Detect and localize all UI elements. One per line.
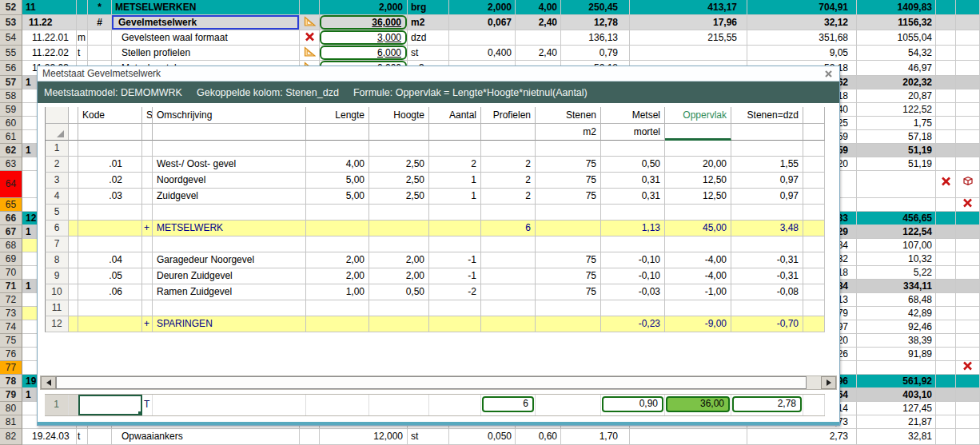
cell-dzd[interactable]: 0,97	[731, 173, 803, 189]
cell-marker[interactable]	[936, 388, 956, 402]
cell-v6[interactable]: 456,65	[857, 212, 936, 225]
cell-omschrijving[interactable]: Zuidgevel	[153, 189, 306, 205]
row-header[interactable]: 77	[0, 361, 22, 375]
cell-eenheid[interactable]: st	[408, 429, 449, 445]
linked-quantity-box[interactable]: 36,000	[320, 15, 407, 30]
cell-marker[interactable]	[956, 415, 980, 429]
cell-hoogte[interactable]: 2,00	[369, 268, 429, 284]
cell-stenen[interactable]: 75	[536, 284, 601, 300]
cell-extra[interactable]	[803, 189, 825, 205]
cell-metsel[interactable]: -0,03	[601, 284, 665, 300]
cell-s[interactable]	[142, 173, 153, 189]
cell-kode[interactable]: 11.22.01	[22, 30, 77, 46]
cell-flag[interactable]	[88, 429, 112, 445]
subheader-extra[interactable]	[803, 124, 825, 141]
cell-dzd[interactable]: -0,31	[731, 252, 803, 268]
cell-kode[interactable]	[78, 221, 142, 236]
cell-extra[interactable]	[803, 221, 825, 236]
cell-oppervlak[interactable]: 20,00	[665, 157, 731, 173]
row-header[interactable]: 73	[0, 307, 22, 320]
cell-metsel[interactable]: -0,10	[601, 252, 665, 268]
cell-marker[interactable]	[956, 130, 980, 144]
linked-quantity-box[interactable]: 3,000	[320, 30, 407, 45]
cell-omschrijving[interactable]	[153, 236, 306, 252]
cell-lengte[interactable]: 2,00	[306, 252, 369, 268]
cell-marker[interactable]	[956, 307, 980, 320]
cell-hoogte[interactable]	[369, 236, 429, 252]
cell-marker[interactable]	[956, 388, 980, 402]
totals-row-number[interactable]: 1	[45, 395, 69, 415]
cell-stenen[interactable]: 75	[536, 268, 601, 284]
column-header-oms[interactable]: Omschrijving	[153, 107, 306, 124]
cell-unit-type[interactable]	[77, 0, 88, 15]
cell-v2[interactable]	[516, 30, 561, 46]
cell-marker[interactable]	[956, 117, 980, 130]
subheader-kode[interactable]	[78, 124, 142, 141]
cell-marker[interactable]	[936, 15, 956, 30]
cell-v6[interactable]: 51,19	[857, 157, 936, 171]
cell-lengte[interactable]: 5,00	[306, 173, 369, 189]
cell-metsel[interactable]	[601, 205, 665, 221]
cell-flag[interactable]: #	[88, 15, 112, 30]
cell-v1[interactable]	[449, 30, 516, 46]
cell-eenheid[interactable]: brg	[408, 0, 449, 15]
cell-metsel[interactable]: 0,31	[601, 173, 665, 189]
row-header[interactable]: 72	[0, 293, 22, 307]
cell-dzd[interactable]: -0,08	[731, 284, 803, 300]
cell-omschrijving[interactable]: Opwaaiankers	[112, 429, 300, 445]
cell-marker[interactable]	[936, 171, 956, 198]
cell-stenen[interactable]	[536, 316, 601, 332]
cell-stenen[interactable]	[536, 236, 601, 252]
cell-v6[interactable]: 1055,04	[857, 30, 936, 46]
row-header[interactable]: 71	[0, 280, 22, 293]
cell-v2[interactable]: 2,40	[516, 15, 561, 30]
total-dzd-box[interactable]: 2,78	[732, 396, 802, 412]
cell-metsel[interactable]: -0,23	[601, 316, 665, 332]
cell-kode[interactable]: .01	[78, 157, 142, 173]
cell-select[interactable]	[69, 189, 78, 205]
cell-marker[interactable]	[936, 117, 956, 130]
cell-marker[interactable]	[956, 61, 980, 76]
cell-hoogte[interactable]: 2,50	[369, 189, 429, 205]
cell-lengte[interactable]: 5,00	[306, 189, 369, 205]
cell-omschrijving[interactable]: West-/ Oost- gevel	[153, 157, 306, 173]
cell-marker[interactable]	[956, 293, 980, 307]
cell-kode[interactable]: 19.24.03	[22, 429, 77, 445]
cell-v6[interactable]: 5,22	[857, 266, 936, 280]
cell-kode[interactable]	[78, 300, 142, 316]
cell-profielen[interactable]: 2	[481, 157, 536, 173]
cell-marker[interactable]	[936, 280, 956, 293]
cell-omschrijving[interactable]: Deuren Zuidgevel	[153, 268, 306, 284]
cell-marker[interactable]	[936, 0, 956, 15]
cell-status-icon[interactable]	[300, 15, 320, 30]
cell-marker[interactable]	[936, 293, 956, 307]
cell-dzd[interactable]	[731, 236, 803, 252]
row-header[interactable]: 75	[0, 334, 22, 348]
cell-aantal[interactable]	[429, 221, 481, 236]
cell-marker[interactable]	[956, 76, 980, 89]
cell-marker[interactable]	[956, 266, 980, 280]
cell-marker[interactable]	[936, 30, 956, 46]
row-header[interactable]: 63	[0, 157, 22, 171]
cell-extra[interactable]	[803, 205, 825, 221]
row-number[interactable]: 9	[45, 268, 69, 284]
column-header-oppervlak[interactable]: Oppervlak	[665, 107, 731, 124]
cell-v6[interactable]: 54,32	[857, 46, 936, 61]
cell-select[interactable]	[69, 316, 78, 332]
cell-v6[interactable]: 46,97	[857, 61, 936, 76]
cell-extra[interactable]	[803, 284, 825, 300]
cell-marker[interactable]	[936, 76, 956, 89]
row-header[interactable]: 78	[0, 375, 22, 388]
cell-select[interactable]	[69, 236, 78, 252]
cell-lengte[interactable]	[306, 236, 369, 252]
subheader-hoogte[interactable]	[369, 124, 429, 141]
cell-marker[interactable]	[936, 46, 956, 61]
column-header-s[interactable]: S	[142, 107, 153, 124]
cell-profielen[interactable]: 2	[481, 189, 536, 205]
cell-v6[interactable]: 122,52	[857, 103, 936, 117]
cell-aantal[interactable]	[429, 236, 481, 252]
row-header[interactable]: 66	[0, 212, 22, 225]
cell-unit-type[interactable]: m	[77, 30, 88, 46]
cell-hoeveelheid[interactable]: 2,000	[320, 0, 408, 15]
cell-dzd[interactable]: -0,70	[731, 316, 803, 332]
